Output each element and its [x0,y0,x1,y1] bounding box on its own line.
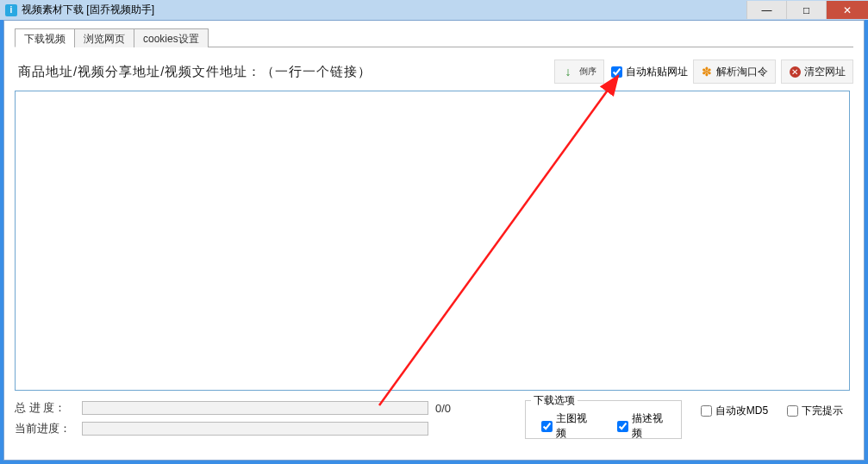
main-video-label: 主图视频 [556,411,596,441]
current-progress-label: 当前进度： [15,421,73,436]
tabs: 下载视频 浏览网页 cookies设置 [15,28,853,47]
down-arrow-icon: ↓ [562,66,574,78]
reverse-button-label: 倒序 [579,67,596,76]
address-label: 商品地址/视频分享地址/视频文件地址：（一行一个链接） [18,64,372,80]
tab-download[interactable]: 下载视频 [15,28,75,47]
window-title: 视频素材下载 [固乔视频助手] [22,3,154,17]
total-progress-text: 0/0 [435,402,451,415]
minimize-button[interactable]: — [746,1,786,19]
gear-icon: ✽ [701,66,713,78]
right-options: 自动改MD5 下完提示 [694,400,843,418]
auto-paste-label: 自动粘贴网址 [626,65,688,79]
parse-button-label: 解析淘口令 [716,65,768,79]
download-options-group: 下载选项 主图视频 描述视频 [525,400,682,439]
auto-md5-label: 自动改MD5 [715,404,768,418]
download-options-legend: 下载选项 [531,393,578,408]
bottom-row: 总 进 度： 0/0 当前进度： 下载选项 主图视频 [15,400,853,442]
auto-paste-input[interactable] [611,66,622,78]
titlebar: i 视频素材下载 [固乔视频助手] — □ ✕ [0,0,868,20]
clear-button-label: 清空网址 [804,65,846,79]
progress-section: 总 进 度： 0/0 当前进度： [15,400,518,442]
close-button[interactable]: ✕ [826,1,868,19]
window-controls: — □ ✕ [746,1,868,19]
done-tip-input[interactable] [787,405,798,417]
clear-icon: ✕ [789,66,801,78]
tab-cookies[interactable]: cookies设置 [134,28,209,47]
desc-video-input[interactable] [617,421,628,432]
total-progress-bar [82,401,428,415]
download-panel: 商品地址/视频分享地址/视频文件地址：（一行一个链接） ↓ 倒序 自动粘贴网址 … [15,47,853,393]
tab-browse[interactable]: 浏览网页 [74,28,134,47]
app-window: i 视频素材下载 [固乔视频助手] — □ ✕ 下载视频 浏览网页 cookie… [0,0,868,464]
auto-md5-checkbox[interactable]: 自动改MD5 [701,404,768,418]
clear-button[interactable]: ✕ 清空网址 [781,60,853,84]
parse-button[interactable]: ✽ 解析淘口令 [693,60,776,84]
current-progress-bar [82,422,428,436]
toolbar-row: 商品地址/视频分享地址/视频文件地址：（一行一个链接） ↓ 倒序 自动粘贴网址 … [15,53,853,91]
reverse-button[interactable]: ↓ 倒序 [554,60,604,84]
desc-video-checkbox[interactable]: 描述视频 [617,411,672,441]
maximize-button[interactable]: □ [786,1,826,19]
auto-md5-input[interactable] [701,405,712,417]
main-video-input[interactable] [541,421,553,432]
auto-paste-checkbox[interactable]: 自动粘贴网址 [611,65,688,79]
client-area: 下载视频 浏览网页 cookies设置 商品地址/视频分享地址/视频文件地址：（… [3,20,865,461]
main-video-checkbox[interactable]: 主图视频 [541,411,596,441]
done-tip-checkbox[interactable]: 下完提示 [787,404,843,418]
done-tip-label: 下完提示 [802,404,843,418]
desc-video-label: 描述视频 [632,411,672,441]
total-progress-label: 总 进 度： [15,400,73,416]
app-icon: i [5,4,17,16]
url-textarea[interactable] [15,91,850,391]
